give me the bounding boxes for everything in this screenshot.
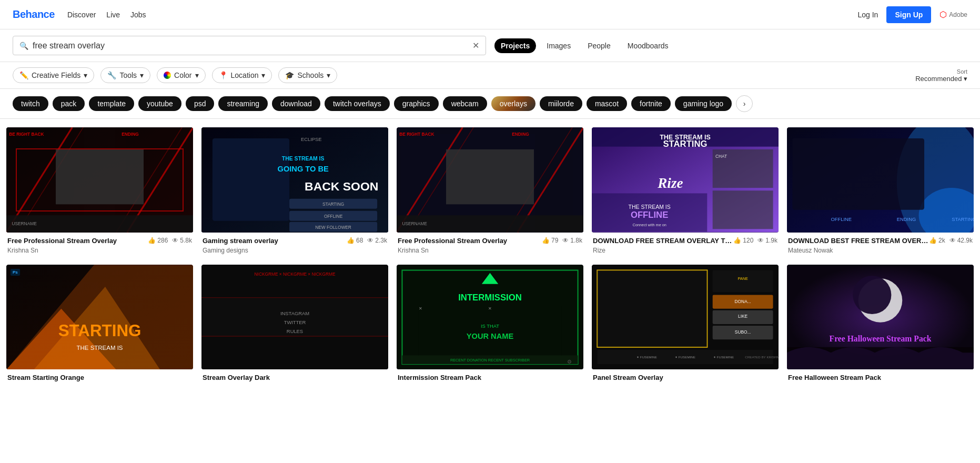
filter-color[interactable]: Color ▾ [157, 67, 205, 83]
project-meta: Free Professional Stream Overlay Krishna… [397, 233, 583, 256]
clear-search-icon[interactable]: ✕ [472, 41, 479, 51]
tag-mascot[interactable]: mascot [587, 96, 627, 111]
sort-dropdown[interactable]: Sort Recommended ▾ [915, 68, 967, 83]
header-actions: Log In Sign Up ⬡ Adobe [857, 6, 967, 23]
svg-text:PANE: PANE [737, 276, 747, 281]
project-stats: 👍 79 👁 1.8k [542, 237, 582, 244]
svg-text:USERNAME: USERNAME [12, 221, 37, 226]
project-card[interactable]: PANE DONA... LIKE SUBO... ✦ FUSEMINE ✦ F… [592, 265, 779, 386]
svg-rect-82 [713, 270, 773, 292]
svg-text:CHAT: CHAT [715, 154, 727, 159]
project-meta: Free Professional Stream Overlay Krishna… [6, 233, 193, 256]
like-icon: 👍 [148, 237, 156, 244]
tag-twitch[interactable]: twitch [13, 96, 48, 111]
nav-live[interactable]: Live [106, 11, 120, 19]
color-icon [164, 72, 171, 79]
project-author: Gaming designs [203, 247, 347, 254]
tag-youtube[interactable]: youtube [138, 96, 181, 111]
svg-text:STARTING: STARTING [952, 216, 974, 222]
project-card[interactable]: STARTING THE STREAM IS Ps Stream Startin… [6, 265, 193, 386]
tools-icon: 🔧 [107, 71, 116, 79]
svg-text:TWITTER: TWITTER [284, 319, 306, 325]
tab-images[interactable]: Images [540, 38, 577, 53]
project-thumbnail: STARTING THE STREAM IS Ps [6, 265, 193, 370]
svg-text:NICKGRME × NICKGRME × NICKGRME: NICKGRME × NICKGRME × NICKGRME [255, 271, 336, 277]
tag-streaming[interactable]: streaming [218, 96, 267, 111]
tag-twitch-overlays[interactable]: twitch overlays [325, 96, 390, 111]
svg-text:THE STREAM IS: THE STREAM IS [282, 156, 325, 162]
like-icon: 👍 [542, 237, 550, 244]
project-card[interactable]: Free Halloween Stream Pack Free Hallowee… [787, 265, 974, 386]
project-card[interactable]: OFFLINE ENDING STARTING DOWNLOAD BEST FR… [787, 127, 974, 256]
svg-rect-39 [713, 190, 773, 229]
svg-text:Connect with me on: Connect with me on [632, 223, 666, 227]
project-author: Krishna Sn [398, 247, 542, 254]
tag-gaming-logo[interactable]: gaming logo [675, 96, 732, 111]
project-card[interactable]: BE RIGHT BACK ENDING USERNAME Free Profe… [6, 127, 193, 256]
project-card[interactable]: THE STREAM IS GOING TO BE BACK SOON ECLI… [201, 127, 388, 256]
header: Behance Discover Live Jobs Log In Sign U… [0, 0, 980, 29]
tag-download[interactable]: download [272, 96, 320, 111]
tag-graphics[interactable]: graphics [394, 96, 439, 111]
project-info: Gaming stream overlay Gaming designs [203, 237, 347, 254]
project-meta: Intermission Stream Pack [397, 369, 583, 386]
nav-jobs[interactable]: Jobs [130, 11, 146, 19]
tag-miilorde[interactable]: miilorde [540, 96, 582, 111]
project-card[interactable]: INSTAGRAM TWITTER RULES NICKGRME × NICKG… [201, 265, 388, 386]
project-author: Krishna Sn [7, 247, 148, 254]
svg-text:BE RIGHT BACK: BE RIGHT BACK [399, 132, 434, 137]
likes-stat: 👍 79 [542, 237, 558, 244]
tag-fortnite[interactable]: fortnite [631, 96, 671, 111]
project-thumbnail: PANE DONA... LIKE SUBO... ✦ FUSEMINE ✦ F… [592, 265, 779, 370]
likes-stat: 👍 286 [148, 237, 168, 244]
tab-people[interactable]: People [581, 38, 617, 53]
filter-schools[interactable]: 🎓 Schools ▾ [278, 67, 337, 83]
chevron-down-icon: ▾ [327, 71, 330, 79]
views-stat: 👁 5.8k [172, 237, 192, 244]
svg-text:STARTING: STARTING [663, 139, 707, 149]
filter-tools[interactable]: 🔧 Tools ▾ [100, 67, 150, 83]
svg-text:GOING TO BE: GOING TO BE [278, 165, 329, 173]
tag-overlays[interactable]: overlays [491, 96, 536, 111]
tab-moodboards[interactable]: Moodboards [621, 38, 675, 53]
project-thumbnail: THE STREAM IS STARTING Rize CHAT THE STR… [592, 127, 779, 233]
search-wrapper: 🔍 ✕ [13, 36, 486, 55]
project-thumbnail: BE RIGHT BACK ENDING USERNAME [6, 127, 193, 233]
logo[interactable]: Behance [13, 8, 55, 21]
tag-pack[interactable]: pack [53, 96, 85, 111]
filter-location[interactable]: 📍 Location ▾ [212, 67, 272, 83]
svg-text:RULES: RULES [287, 328, 303, 334]
svg-text:✦ FUSEMINE: ✦ FUSEMINE [675, 355, 695, 358]
main-nav: Discover Live Jobs [67, 11, 146, 19]
project-meta: Panel Stream Overlay [592, 369, 779, 386]
project-card[interactable]: BE RIGHT BACK ENDING USERNAME Free Profe… [397, 127, 583, 256]
filter-creative-fields[interactable]: ✏️ Creative Fields ▾ [13, 67, 94, 83]
svg-text:✕: ✕ [488, 305, 492, 310]
likes-stat: 👍 68 [347, 237, 363, 244]
svg-text:ENDING: ENDING [122, 132, 138, 137]
project-card[interactable]: THE STREAM IS STARTING Rize CHAT THE STR… [592, 127, 779, 256]
signup-button[interactable]: Sign Up [886, 6, 931, 23]
svg-text:✦ FUSEMINE: ✦ FUSEMINE [713, 355, 734, 358]
project-meta: Stream Overlay Dark [201, 369, 388, 386]
project-info: DOWNLOAD BEST FREE STREAM OVERLAY TEMPLA… [788, 237, 929, 254]
project-title: Gaming stream overlay [203, 237, 347, 246]
svg-text:⚙: ⚙ [567, 359, 572, 365]
tag-webcam[interactable]: webcam [443, 96, 487, 111]
tag-template[interactable]: template [89, 96, 134, 111]
tags-next-arrow[interactable]: › [736, 95, 753, 112]
svg-text:Free Halloween Stream Pack: Free Halloween Stream Pack [830, 334, 932, 343]
project-title: DOWNLOAD FREE STREAM OVERLAY TEMPLATE [593, 237, 733, 246]
svg-text:✕: ✕ [419, 305, 422, 310]
search-input[interactable] [33, 41, 468, 51]
svg-text:STARTING: STARTING [322, 202, 344, 207]
project-info: Intermission Stream Pack [398, 374, 582, 384]
tab-projects[interactable]: Projects [494, 38, 536, 53]
svg-text:OFFLINE: OFFLINE [631, 210, 668, 220]
project-card[interactable]: INTERMISSION IS THAT YOUR NAME ✕ ✕ RECEN… [397, 265, 583, 386]
project-info: Panel Stream Overlay [593, 374, 777, 384]
login-button[interactable]: Log In [857, 11, 878, 19]
nav-discover[interactable]: Discover [67, 11, 96, 19]
tag-psd[interactable]: psd [186, 96, 215, 111]
schools-icon: 🎓 [285, 71, 294, 79]
